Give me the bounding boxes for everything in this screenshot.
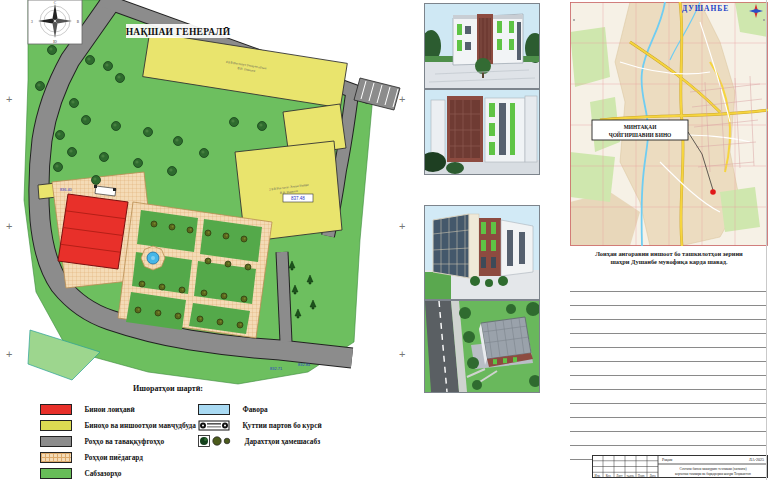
legend-item: Фавора [198,400,268,412]
svg-text:Подп.: Подп. [638,474,646,478]
registration-mark: + [399,349,405,360]
city-map: ДУШАНБЕ МИНТАҚАИ ҶОЙГИРШАВИИ БИНО [570,2,768,246]
signature-line [570,432,767,446]
building-rendering-closeup [424,89,540,175]
legend-item: Сабзазорҳо [40,464,122,476]
svg-text:Дата: Дата [650,474,657,478]
building-rendering-front [424,3,540,89]
signature-line [570,390,767,404]
approval-note-line1: Лоиҳаи ангоравии иншоот бо ташкилотҳои з… [570,250,768,258]
signature-lines [570,278,767,460]
legend-swatch-project-building [40,404,72,415]
approval-note: Лоиҳаи ангоравии иншоот бо ташкилотҳои з… [570,250,768,266]
site-plan: 4 КВ Институт Захираи обҳои В.И. Нишотӣ … [8,0,408,385]
title-block-desc1: Сохтани бинои маъмурию техникии (хизматӣ… [679,467,746,471]
svg-text:832.71: 832.71 [270,366,283,371]
signature-line [570,418,767,432]
legend-swatch-roads [40,436,72,447]
legend-item: Роҳҳои пиёдагард [40,448,143,460]
signature-line [570,292,767,306]
signature-line [570,348,767,362]
title-block-left-label: Рақам [662,457,673,462]
plan-title: НАҚШАИ ГЕНЕРАЛӢ [126,27,231,37]
signature-line [570,362,767,376]
legend-item: Бинои лоиҳавӣ [40,400,135,412]
legend-swatch-fountain [198,404,230,415]
legend-item: Биноҳо ва иншоотҳои мавҷудбуда [40,416,196,428]
legend-swatch-grass [40,468,72,479]
legend-item: Қуттии партов бо курсӣ [198,416,322,428]
svg-text:МИНТАҚАИ: МИНТАҚАИ [624,124,657,130]
signature-line [570,376,767,390]
compass-rose-icon: С Ю З В [28,0,82,44]
signature-line [570,334,767,348]
signature-line [570,320,767,334]
fountain [141,246,165,270]
registration-mark: + [6,221,12,232]
legend-title: Ишоратҳои шартӣ: [83,384,253,393]
legend: Ишоратҳои шартӣ: Бинои лоиҳавӣ Биноҳо ва… [30,384,390,480]
title-block: Изм. Кол. Лист №док. Подп. Дата Рақам ЛА… [592,455,768,478]
map-city-label: ДУШАНБЕ [682,4,729,13]
legend-item: Роҳҳо ва таваққуфгоҳҳо [40,432,164,444]
svg-text:№док.: №док. [626,474,634,478]
svg-text:836.40: 836.40 [60,188,72,192]
legend-swatch-existing-buildings [40,420,72,431]
map-location-marker [710,189,716,195]
svg-text:З: З [31,20,33,24]
svg-text:832.84: 832.84 [298,362,311,367]
legend-item: Дарахтҳои ҳамешасабз [198,432,320,444]
svg-text:837.48: 837.48 [291,196,305,201]
svg-text:Ю: Ю [53,40,57,44]
registration-mark: + [399,94,405,105]
legend-swatch-pedestrian [40,452,72,463]
drawing-sheet: 4 КВ Институт Захираи обҳои В.И. Нишотӣ … [0,0,770,480]
registration-mark: + [6,94,12,105]
svg-text:Лист: Лист [616,474,623,478]
building-rendering-side [424,205,540,300]
map-callout: МИНТАҚАИ ҶОЙГИРШАВИИ БИНО [592,120,688,140]
building-rendering-aerial [424,300,540,393]
svg-text:Кол.: Кол. [606,474,612,478]
title-block-desc2: корхонаи таъмирӣ ва барқарории шаҳри Тоҷ… [675,472,751,476]
trees-icon [198,433,232,451]
signature-line [570,278,767,292]
svg-text:ҶОЙГИРШАВИИ БИНО: ҶОЙГИРШАВИИ БИНО [609,131,672,138]
registration-mark: + [399,221,405,232]
approval-note-line2: шаҳри Душанбе мувофиқа карда шавад. [570,258,768,266]
svg-text:Изм.: Изм. [595,474,601,478]
registration-mark: + [6,349,12,360]
sheet-edge [766,0,767,480]
title-block-code: ЛА-2025 [749,457,764,462]
signature-line [570,306,767,320]
signature-line [570,404,767,418]
